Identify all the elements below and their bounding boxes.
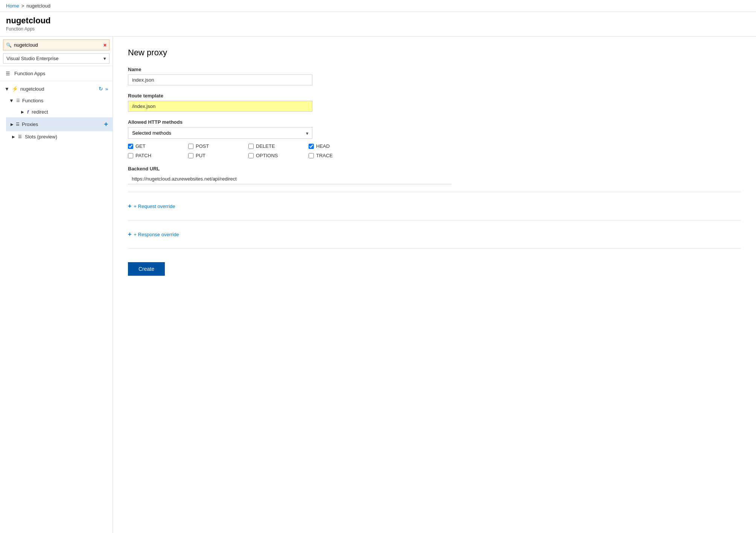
list-icon-functions: ☰	[16, 98, 20, 103]
checkbox-post[interactable]	[188, 144, 193, 149]
method-post: POST	[188, 143, 248, 149]
http-methods-grid: GET POST DELETE HEAD PATCH	[128, 143, 391, 158]
nav-children-functions: ▼ ☰ Functions ▶ f redirect ▶ ☰ Proxies +	[0, 95, 113, 142]
forward-icon[interactable]: »	[105, 86, 108, 92]
form-group-methods: Allowed HTTP methods Selected methods Al…	[128, 119, 741, 158]
sidebar: 🔍 × Visual Studio Enterprise ▾ ☰ Functio…	[0, 36, 113, 533]
methods-select-wrapper: Selected methods All methods ▾	[128, 127, 312, 139]
slots-label: Slots (preview)	[25, 134, 57, 140]
label-options: OPTIONS	[256, 153, 278, 158]
label-get: GET	[135, 143, 146, 149]
bolt-icon: ⚡	[12, 86, 18, 92]
checkbox-patch[interactable]	[128, 153, 133, 158]
checkbox-delete[interactable]	[248, 144, 254, 149]
label-patch: PATCH	[135, 153, 151, 158]
page-header: nugetcloud Function Apps	[0, 12, 756, 36]
clear-search-button[interactable]: ×	[103, 42, 106, 48]
request-override-link[interactable]: + + Request override	[128, 200, 741, 213]
page-title: nugetcloud	[6, 16, 750, 26]
sidebar-item-function-apps[interactable]: ☰ Function Apps	[0, 68, 113, 79]
checkbox-get[interactable]	[128, 144, 133, 149]
checkbox-put[interactable]	[188, 153, 193, 158]
list-icon-function-apps: ☰	[5, 71, 11, 76]
slots-expand-icon: ▶	[12, 135, 15, 139]
main-content: New proxy Name Route template Allowed HT…	[113, 36, 756, 533]
backend-url-input[interactable]	[128, 174, 452, 184]
name-input[interactable]	[128, 74, 312, 85]
checkbox-trace[interactable]	[309, 153, 314, 158]
method-put: PUT	[188, 153, 248, 158]
page-subtitle: Function Apps	[6, 26, 750, 32]
search-input[interactable]	[3, 39, 110, 50]
allowed-methods-label: Allowed HTTP methods	[128, 119, 741, 125]
form-group-name: Name	[128, 67, 741, 85]
form-title: New proxy	[128, 48, 741, 58]
method-patch: PATCH	[128, 153, 188, 158]
chevron-down-icon: ▾	[103, 56, 106, 61]
label-post: POST	[196, 143, 209, 149]
divider-1	[128, 192, 741, 192]
add-proxy-button[interactable]: +	[104, 120, 108, 128]
nugetcloud-label: nugetcloud	[20, 86, 44, 92]
route-input[interactable]	[128, 101, 312, 112]
route-label: Route template	[128, 93, 741, 99]
breadcrumb-separator: >	[21, 3, 24, 9]
refresh-icon[interactable]: ↻	[99, 86, 103, 92]
top-bar: Home > nugetcloud	[0, 0, 756, 12]
functions-collapse-icon: ▼	[9, 98, 14, 103]
backend-url-label: Backend URL	[128, 166, 741, 172]
list-icon-slots: ☰	[18, 134, 22, 139]
name-label: Name	[128, 67, 741, 72]
request-override-label: + Request override	[134, 203, 175, 209]
function-apps-label: Function Apps	[14, 71, 108, 76]
func-icon: f	[27, 109, 29, 115]
method-delete: DELETE	[248, 143, 309, 149]
checkbox-options[interactable]	[248, 153, 254, 158]
divider-2	[128, 220, 741, 220]
expand-arrow-icon: ▶	[21, 110, 24, 114]
label-head: HEAD	[316, 143, 330, 149]
method-get: GET	[128, 143, 188, 149]
functions-group-header[interactable]: ▼ ☰ Functions	[6, 95, 113, 106]
redirect-label: redirect	[32, 109, 48, 115]
method-head: HEAD	[309, 143, 369, 149]
sidebar-divider-2	[0, 81, 113, 81]
proxies-label: Proxies	[22, 121, 102, 127]
response-override-label: + Response override	[134, 232, 179, 237]
main-layout: 🔍 × Visual Studio Enterprise ▾ ☰ Functio…	[0, 36, 756, 533]
label-trace: TRACE	[316, 153, 333, 158]
functions-label: Functions	[22, 98, 43, 103]
proxies-expand-icon: ▶	[11, 122, 14, 126]
create-button[interactable]: Create	[128, 262, 165, 276]
method-options: OPTIONS	[248, 153, 309, 158]
checkbox-head[interactable]	[309, 144, 314, 149]
nugetcloud-group: ▼ ⚡ nugetcloud ↻ » ▼ ☰ Functions ▶ f red	[0, 83, 113, 142]
divider-3	[128, 248, 741, 249]
plus-icon-request: +	[128, 203, 131, 210]
list-icon-proxies: ☰	[16, 122, 20, 127]
sidebar-item-slots[interactable]: ▶ ☰ Slots (preview)	[6, 131, 113, 142]
collapse-arrow-icon: ▼	[5, 86, 9, 92]
form-group-route: Route template	[128, 93, 741, 112]
sidebar-divider-1	[0, 66, 113, 66]
nugetcloud-header[interactable]: ▼ ⚡ nugetcloud ↻ »	[0, 83, 113, 95]
allowed-methods-select[interactable]: Selected methods All methods	[128, 127, 312, 139]
method-trace: TRACE	[309, 153, 369, 158]
breadcrumb-current: nugetcloud	[26, 3, 50, 9]
label-delete: DELETE	[256, 143, 275, 149]
sidebar-item-proxies[interactable]: ▶ ☰ Proxies +	[6, 117, 113, 131]
label-put: PUT	[196, 153, 205, 158]
subscription-label: Visual Studio Enterprise	[6, 56, 59, 61]
sidebar-item-redirect[interactable]: ▶ f redirect	[6, 106, 113, 117]
form-group-backend-url: Backend URL	[128, 166, 741, 184]
breadcrumb: Home > nugetcloud	[6, 3, 750, 9]
subscription-select[interactable]: Visual Studio Enterprise ▾	[3, 53, 110, 64]
breadcrumb-home[interactable]: Home	[6, 3, 19, 9]
search-box: 🔍 ×	[3, 39, 110, 50]
search-icon: 🔍	[6, 43, 12, 48]
response-override-link[interactable]: + + Response override	[128, 228, 741, 241]
plus-icon-response: +	[128, 231, 131, 238]
